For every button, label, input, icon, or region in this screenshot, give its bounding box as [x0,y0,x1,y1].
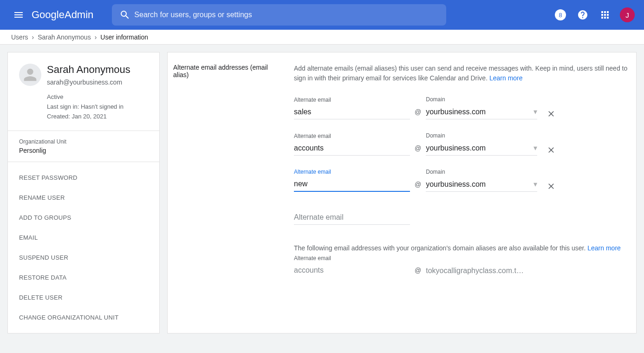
domain-aliases-description: The following email addresses with your … [294,243,631,253]
domain-value: yourbusiness.com [426,108,486,116]
remove-alias-button[interactable] [542,177,560,196]
breadcrumb-item[interactable]: Sarah Anonymous [38,33,91,41]
user-status: Active [47,92,130,102]
user-card: Sarah Anonymous sarah@yourbusiness.com A… [8,52,159,131]
search-input[interactable] [134,11,442,19]
readonly-email-field: Alternate email accounts [294,255,410,278]
chevron-down-icon: ▾ [533,144,537,152]
at-symbol: @ [415,144,421,156]
main-panel: Alternate email addresses (email alias) … [167,52,637,333]
org-unit-label: Organizational Unit [19,138,148,145]
domain-select[interactable]: yourbusiness.com ▾ [426,141,537,156]
hamburger-icon [13,9,24,20]
chevron-right-icon: › [95,33,97,41]
field-label: Domain [426,132,537,139]
alias-email-input[interactable] [294,210,410,225]
user-email: sarah@yourbusiness.com [47,78,130,86]
account-button[interactable]: J [618,6,637,24]
close-icon [546,109,556,118]
sidebar: Sarah Anonymous sarah@yourbusiness.com A… [7,52,160,333]
user-name: Sarah Anonymous [47,64,130,76]
alias-email-input[interactable] [294,105,410,119]
alias-row: Alternate email @ Domain yourbusiness.co… [294,132,631,156]
action-add-to-groups[interactable]: ADD TO GROUPS [8,208,159,228]
person-icon [21,65,39,84]
apps-button[interactable] [596,6,614,24]
avatar: J [620,7,635,22]
action-reset-password[interactable]: RESET PASSWORD [8,168,159,188]
alias-email-input[interactable] [294,141,410,156]
header-right: 8 J [551,6,637,24]
action-rename-user[interactable]: RENAME USER [8,188,159,208]
alias-email-field: Alternate email [294,133,410,156]
alias-email-field: Alternate email [294,169,410,192]
alias-email-field: Alternate email [294,97,410,119]
user-created: Created: Jan 20, 2021 [47,112,130,122]
breadcrumb: Users › Sarah Anonymous › User informati… [0,30,644,45]
apps-grid-icon [599,9,611,20]
field-label: Domain [426,169,537,175]
org-unit: Organizational Unit Personlig [8,131,159,162]
action-restore-data[interactable]: RESTORE DATA [8,268,159,288]
section-description: Add alternate emails (email aliases) thi… [294,64,631,83]
section-title: Alternate email addresses (email alias) [173,64,271,278]
section-body: Add alternate emails (email aliases) thi… [294,64,631,278]
learn-more-link[interactable]: Learn more [587,244,621,252]
domain-value: yourbusiness.com [426,180,486,189]
learn-more-link[interactable]: Learn more [489,74,523,82]
help-icon [577,9,588,20]
field-label: Alternate email [294,133,410,139]
remove-alias-button[interactable] [542,105,560,123]
field-label: Alternate email [294,169,410,175]
action-email[interactable]: EMAIL [8,228,159,248]
search-bar[interactable] [112,4,446,26]
breadcrumb-item[interactable]: Users [11,33,28,41]
chevron-down-icon: ▾ [533,180,537,189]
remove-alias-button[interactable] [542,141,560,159]
search-icon [116,9,134,20]
chevron-right-icon: › [32,33,34,41]
close-icon [546,182,556,191]
at-symbol: @ [415,267,421,278]
at-symbol: @ [415,181,421,192]
alias-section: Alternate email addresses (email alias) … [173,64,631,278]
menu-button[interactable] [7,4,30,26]
user-avatar [19,64,41,86]
alias-domain-field: Domain yourbusiness.com ▾ [426,96,537,119]
alias-row: Alternate email @ Domain yourbusiness.co… [294,169,631,192]
field-label: Alternate email [294,255,410,261]
action-suspend-user[interactable]: SUSPEND USER [8,248,159,268]
readonly-domain-value: tokyocalligraphyclass.com.t… [426,267,524,278]
breadcrumb-item: User information [100,33,148,41]
action-change-org-unit[interactable]: CHANGE ORGANIZATIONAL UNIT [8,307,159,327]
alias-email-input[interactable] [294,177,410,192]
domain-select[interactable]: yourbusiness.com ▾ [426,177,537,192]
alias-row: Alternate email @ Domain yourbusiness.co… [294,96,631,119]
readonly-email-value: accounts [294,263,410,278]
logo-google: Google [32,9,65,21]
help-button[interactable] [573,6,592,24]
action-delete-user[interactable]: DELETE USER [8,288,159,307]
alias-domain-field: Domain yourbusiness.com ▾ [426,132,537,156]
domain-select[interactable]: yourbusiness.com ▾ [426,105,537,119]
readonly-alias-row: Alternate email accounts @ tokyocalligra… [294,255,631,278]
app-header: Google Admin 8 J [0,0,644,30]
content: Sarah Anonymous sarah@yourbusiness.com A… [0,45,644,341]
at-symbol: @ [415,108,421,119]
logo-admin: Admin [65,9,93,21]
org-unit-value: Personlig [19,147,148,154]
sidebar-actions: RESET PASSWORD RENAME USER ADD TO GROUPS… [8,162,159,333]
empty-alias-field [294,210,410,225]
chevron-down-icon: ▾ [533,107,537,116]
alias-domain-field: Domain yourbusiness.com ▾ [426,169,537,192]
field-label: Domain [426,96,537,103]
user-info: Sarah Anonymous sarah@yourbusiness.com A… [47,64,130,121]
user-last-signin: Last sign in: Hasn't signed in [47,102,130,112]
badge-count: 8 [555,9,566,20]
app-logo[interactable]: Google Admin [32,9,93,21]
field-label: Alternate email [294,97,410,103]
notifications-badge[interactable]: 8 [551,6,570,24]
domain-value: yourbusiness.com [426,144,486,152]
close-icon [546,145,556,155]
